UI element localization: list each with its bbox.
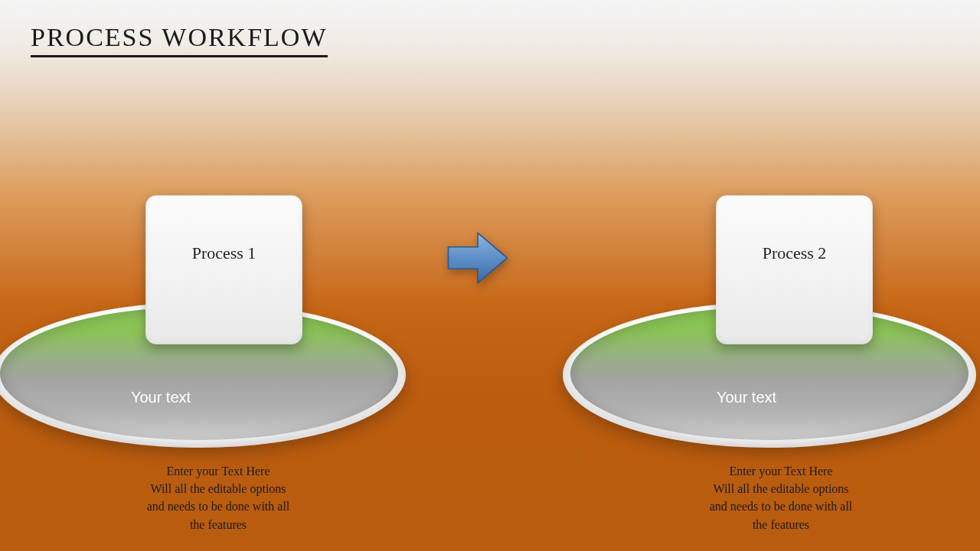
desc-line: and needs to be done with all — [103, 497, 333, 515]
desc-line: the features — [103, 516, 333, 533]
desc-line: and needs to be done with all — [666, 497, 896, 515]
process-card-2: Process 2 — [716, 195, 873, 344]
page-title: PROCESS WORKFLOW — [31, 23, 328, 57]
process-description-1: Enter your Text Here Will all the editab… — [103, 462, 333, 533]
desc-line: Enter your Text Here — [103, 462, 333, 480]
process-card-label: Process 1 — [192, 243, 256, 263]
process-card-1: Process 1 — [145, 195, 302, 344]
disc-label: Your text — [563, 389, 976, 406]
right-arrow-icon — [446, 230, 510, 285]
desc-line: Enter your Text Here — [666, 462, 896, 480]
disc-label: Your text — [0, 389, 406, 406]
process-stage-2: Process 2 Your text — [563, 199, 976, 452]
process-card-label: Process 2 — [763, 243, 827, 263]
desc-line: the features — [666, 516, 896, 533]
process-stage-1: Process 1 Your text — [0, 199, 406, 452]
desc-line: Will all the editable options — [666, 480, 896, 497]
desc-line: Will all the editable options — [103, 480, 333, 497]
process-description-2: Enter your Text Here Will all the editab… — [666, 462, 896, 533]
